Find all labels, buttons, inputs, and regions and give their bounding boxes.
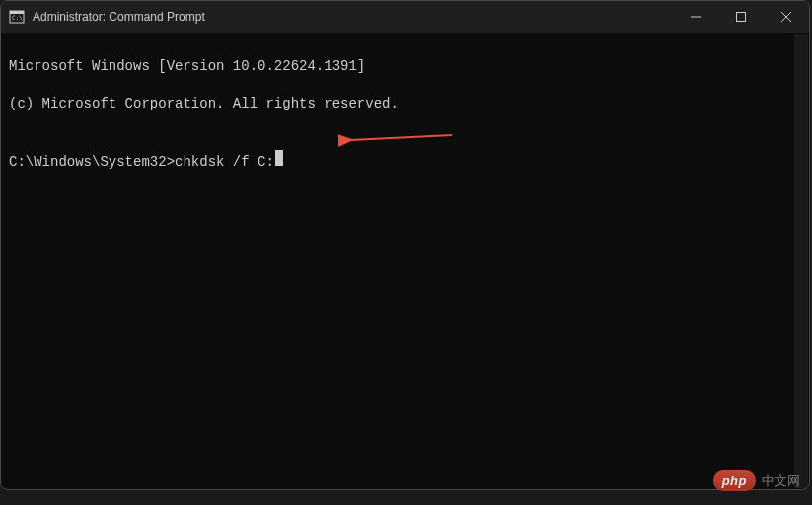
watermark: php 中文网 (713, 470, 800, 491)
prompt-path: C:\Windows\System32> (9, 153, 175, 172)
maximize-button[interactable] (718, 1, 764, 33)
svg-line-8 (350, 135, 452, 140)
terminal-output[interactable]: Microsoft Windows [Version 10.0.22624.13… (1, 33, 809, 489)
typed-command: chkdsk /f C: (175, 153, 274, 172)
watermark-badge: php (713, 470, 756, 491)
prompt-line: C:\Windows\System32>chkdsk /f C: (9, 150, 801, 172)
svg-text:C:\: C:\ (12, 14, 23, 21)
scrollbar-thumb[interactable] (796, 36, 806, 490)
watermark-text: 中文网 (762, 472, 800, 490)
svg-rect-4 (737, 13, 746, 22)
version-line: Microsoft Windows [Version 10.0.22624.13… (9, 57, 801, 76)
close-button[interactable] (764, 1, 809, 33)
cmd-icon: C:\ (9, 9, 25, 25)
titlebar[interactable]: C:\ Administrator: Command Prompt (1, 1, 809, 33)
minimize-button[interactable] (673, 1, 718, 33)
text-cursor (275, 150, 283, 166)
copyright-line: (c) Microsoft Corporation. All rights re… (9, 95, 801, 113)
window-title: Administrator: Command Prompt (33, 10, 673, 24)
window-controls (673, 1, 809, 33)
command-prompt-window: C:\ Administrator: Command Prompt Micros… (0, 0, 810, 490)
scrollbar-track[interactable] (794, 34, 808, 488)
